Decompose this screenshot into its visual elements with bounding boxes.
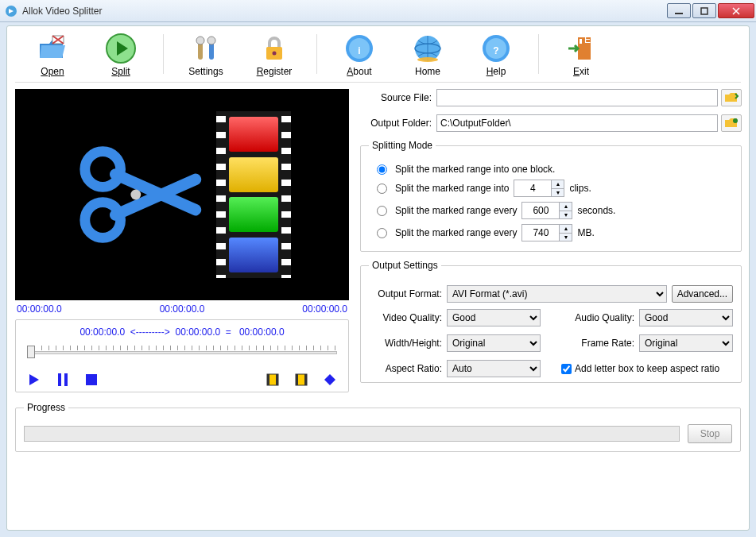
video-preview xyxy=(15,89,349,300)
video-quality-label: Video Quality: xyxy=(369,312,447,323)
app-panel: Open Split Settings Register i About Hom… xyxy=(6,25,750,531)
svg-rect-21 xyxy=(580,39,582,44)
svg-text:?: ? xyxy=(493,45,498,56)
settings-button[interactable]: Settings xyxy=(172,33,240,77)
mark-start-button[interactable] xyxy=(266,373,280,387)
letterbox-checkbox[interactable] xyxy=(561,364,572,374)
exit-button[interactable]: EXIT Exit xyxy=(547,33,615,77)
keyframe-button[interactable] xyxy=(323,373,337,387)
app-icon xyxy=(5,5,17,17)
home-button[interactable]: Home xyxy=(394,33,462,77)
svg-point-25 xyxy=(130,190,141,200)
advanced-button[interactable]: Advanced... xyxy=(672,285,733,303)
settings-label: Settings xyxy=(188,66,223,77)
svg-rect-30 xyxy=(267,374,269,385)
aspect-ratio-label: Aspect Ratio: xyxy=(369,363,447,374)
seconds-spinner[interactable]: ▲▼ xyxy=(521,202,572,219)
frame-rate-label: Frame Rate: xyxy=(561,338,639,349)
progress-bar xyxy=(24,426,680,442)
output-format-select[interactable]: AVI Format (*.avi) xyxy=(447,285,667,303)
browse-source-button[interactable] xyxy=(721,89,742,106)
about-button[interactable]: i About xyxy=(325,33,394,77)
letterbox-label: Add letter box to keep aspect ratio xyxy=(575,363,719,374)
output-format-label: Output Format: xyxy=(369,288,447,299)
output-folder-input[interactable] xyxy=(436,114,718,132)
time-mid: 00:00:00.0 xyxy=(160,303,205,315)
minimize-button[interactable] xyxy=(667,3,691,18)
splitting-mode-group: Splitting Mode Split the marked range in… xyxy=(360,140,742,252)
mark-end-button[interactable] xyxy=(294,373,308,387)
svg-rect-34 xyxy=(304,374,307,385)
clips-spinner[interactable]: ▲▼ xyxy=(514,180,564,197)
mb-spinner[interactable]: ▲▼ xyxy=(521,224,572,241)
svg-point-10 xyxy=(273,52,277,56)
svg-rect-2 xyxy=(701,8,708,14)
split-button[interactable]: Split xyxy=(87,33,155,77)
browse-output-button[interactable] xyxy=(721,114,742,132)
svg-point-7 xyxy=(196,37,204,44)
range-slider[interactable] xyxy=(27,346,337,360)
time-end: 00:00:00.0 xyxy=(302,303,347,315)
split-seconds-radio[interactable] xyxy=(377,206,387,216)
progress-group: Progress Stop xyxy=(15,402,741,452)
svg-point-35 xyxy=(733,118,738,123)
svg-rect-33 xyxy=(296,374,298,385)
split-clips-radio[interactable] xyxy=(377,184,387,194)
splitting-mode-legend: Splitting Mode xyxy=(369,140,436,151)
svg-point-16 xyxy=(417,57,438,62)
video-quality-select[interactable]: Good xyxy=(447,309,541,326)
aspect-ratio-select[interactable]: Auto xyxy=(447,360,541,377)
svg-rect-27 xyxy=(64,373,68,386)
toolbar: Open Split Settings Register i About Hom… xyxy=(15,26,741,83)
output-settings-legend: Output Settings xyxy=(369,260,441,271)
svg-rect-31 xyxy=(276,374,278,385)
svg-text:EXIT: EXIT xyxy=(584,34,597,45)
range-text: 00:00:00.0 <---------> 00:00:00.0 = 00:0… xyxy=(24,326,340,338)
pause-button[interactable] xyxy=(56,373,70,387)
close-button[interactable] xyxy=(718,3,754,18)
source-file-input[interactable] xyxy=(436,89,718,106)
source-file-label: Source File: xyxy=(360,92,436,103)
split-one-block-label: Split the marked range into one block. xyxy=(395,164,555,175)
audio-quality-select[interactable]: Good xyxy=(639,309,733,326)
home-label: Home xyxy=(415,66,440,77)
time-readout: 00:00:00.0 00:00:00.0 00:00:00.0 xyxy=(17,303,347,315)
register-button[interactable]: Register xyxy=(240,33,308,77)
open-button[interactable]: Open xyxy=(18,33,87,77)
width-height-label: Width/Height: xyxy=(369,338,447,349)
time-start: 00:00:00.0 xyxy=(17,303,62,315)
scissors-icon xyxy=(75,131,202,258)
split-one-block-radio[interactable] xyxy=(377,164,387,175)
svg-rect-26 xyxy=(58,373,61,386)
svg-point-8 xyxy=(207,37,215,44)
output-settings-group: Output Settings Output Format: AVI Forma… xyxy=(360,260,742,383)
audio-quality-label: Audio Quality: xyxy=(561,312,639,323)
width-height-select[interactable]: Original xyxy=(447,334,541,352)
frame-rate-select[interactable]: Original xyxy=(639,334,733,352)
svg-rect-1 xyxy=(675,13,683,14)
svg-text:i: i xyxy=(358,45,360,56)
title-bar: Allok Video Splitter xyxy=(0,0,756,22)
stop-button[interactable]: Stop xyxy=(688,424,732,443)
play-button[interactable] xyxy=(27,373,41,387)
split-label: Split xyxy=(111,66,130,77)
progress-legend: Progress xyxy=(24,402,68,413)
split-mb-radio[interactable] xyxy=(377,228,387,238)
window-title: Allok Video Splitter xyxy=(22,6,667,17)
folder-gear-icon xyxy=(724,117,739,129)
maximize-button[interactable] xyxy=(692,3,716,18)
output-folder-label: Output Folder: xyxy=(360,118,436,129)
range-panel: 00:00:00.0 <---------> 00:00:00.0 = 00:0… xyxy=(15,319,349,392)
help-button[interactable]: ? Help xyxy=(462,33,530,77)
folder-open-icon xyxy=(724,91,739,104)
filmstrip-icon xyxy=(218,111,289,278)
svg-rect-28 xyxy=(86,374,97,385)
open-label: Open xyxy=(41,66,64,77)
stop-playback-button[interactable] xyxy=(84,373,99,387)
